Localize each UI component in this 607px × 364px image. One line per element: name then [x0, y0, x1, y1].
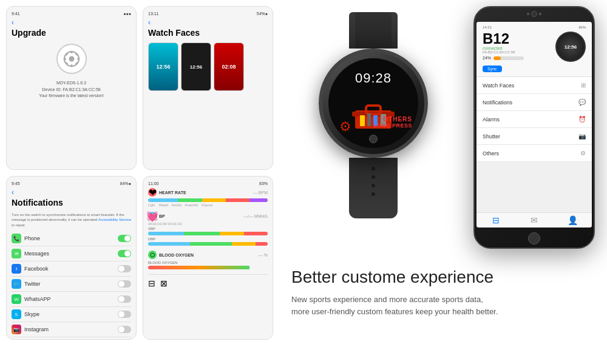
instagram-app-name: Instagram	[24, 326, 49, 332]
wf-back-arrow[interactable]: ‹	[148, 18, 268, 27]
messages-toggle[interactable]	[118, 250, 131, 257]
phone-status-bar: 14:21 36%	[483, 25, 586, 29]
hr-title: HEART RATE	[159, 190, 186, 195]
watch-band-bottom	[349, 158, 398, 218]
bo-unit: — %	[259, 253, 268, 257]
menu-notifications[interactable]: Notifications 💬	[476, 94, 592, 111]
facebook-toggle[interactable]	[118, 265, 131, 272]
instagram-toggle[interactable]	[118, 326, 131, 333]
hr-labels: Light Weight Aerobic Anaerobic VO₂max	[148, 203, 268, 207]
heart-rate-section: ❤ HEART RATE — BPM Light Weight	[148, 188, 268, 207]
sbp-bar	[148, 232, 268, 235]
watch-face-2[interactable]: 12:56	[181, 42, 211, 91]
notif-skype: S Skype	[12, 307, 131, 322]
smartwatch: 09:28	[297, 12, 449, 243]
watch-screen: 09:28	[328, 58, 418, 148]
upgrade-info: MDY-ED9-1.6.3 Device ID: FA:B2:C1:3A:CC:…	[12, 80, 131, 99]
watch-time: 09:28	[355, 70, 392, 86]
upgrade-icon	[56, 44, 87, 74]
bp-date: 2019-02-09 04:01:02	[148, 222, 268, 226]
home-button-area	[475, 229, 594, 248]
menu-alarms[interactable]: Alarms ⏰	[476, 111, 592, 128]
devices-area: 09:28	[279, 0, 607, 261]
menu-watch-faces[interactable]: Watch Faces ⊞	[476, 77, 592, 94]
tab-messages[interactable]: ✉	[515, 215, 553, 225]
phone-toggle[interactable]	[118, 235, 131, 242]
menu-shutter[interactable]: Shutter 📷	[476, 128, 592, 145]
sbp-label: SBP	[148, 227, 268, 231]
camera-lens	[531, 11, 537, 17]
skype-toggle[interactable]	[118, 311, 131, 318]
whatsapp-toggle[interactable]	[118, 295, 131, 303]
battery-row: 24%	[483, 56, 524, 60]
watch-face-3[interactable]: 02:08	[214, 42, 244, 91]
tab-profile[interactable]: 👤	[554, 215, 592, 225]
bp-section: 💓 BP —/— MMHG 2019-02-09 04:01:02 SBP DB…	[148, 212, 268, 246]
messages-app-icon: ✉	[12, 249, 21, 258]
health-screen: 11:0083% ❤ HEART RATE — BPM	[143, 176, 273, 340]
connected-status: connected	[483, 46, 524, 50]
others-menu-icon: ⚙	[580, 150, 586, 157]
notif-messages: ✉ Messages	[12, 246, 131, 261]
svg-rect-5	[77, 58, 80, 60]
watch-faces-row: 12:56 12:56 02:08	[148, 42, 268, 91]
health-bottom-tabs: ⊟ ⊠	[148, 274, 268, 288]
svg-rect-14	[367, 113, 371, 126]
menu-list: Watch Faces ⊞ Notifications 💬 Alarms ⏰	[476, 77, 592, 212]
smartphone: 14:21 36% B12 connected FA:B2:C1:3A:CC:5…	[473, 6, 595, 249]
watch-faces-title: Watch Faces	[148, 28, 268, 38]
svg-rect-4	[63, 58, 66, 60]
notif-back-arrow[interactable]: ‹	[12, 188, 131, 197]
others-text: OTHERS LONG PRESS	[373, 116, 412, 129]
bo-title: BLOOD OXYGEN	[159, 253, 194, 257]
health-tab1[interactable]: ⊟	[148, 278, 155, 288]
watch-case: 09:28	[319, 49, 428, 158]
bottom-screenshots-row: 9:4584%● ‹ Notifications Turn on the swi…	[6, 176, 273, 340]
left-panel: 9:41●●● ‹ Upgrade	[0, 0, 279, 364]
watch-band-top	[349, 12, 398, 49]
bp-unit: —/— MMHG	[243, 214, 268, 218]
phone-notch	[475, 7, 594, 21]
watch-face-1[interactable]: 12:56	[148, 42, 178, 91]
home-button[interactable]	[528, 232, 540, 244]
bo-bar	[148, 266, 268, 269]
upgrade-back-arrow[interactable]: ‹	[12, 18, 131, 27]
upgrade-status-bar: 9:41●●●	[12, 12, 131, 16]
hr-icon: ❤	[148, 188, 157, 197]
notifications-screen: 9:4584%● ‹ Notifications Turn on the swi…	[6, 176, 137, 340]
bp-title: BP	[159, 214, 165, 218]
device-id-text: FA:B2:C1:3A:CC:58	[483, 50, 524, 54]
twitter-toggle[interactable]	[118, 280, 131, 288]
main-container: 9:41●●● ‹ Upgrade	[0, 0, 607, 364]
band-holes	[349, 158, 398, 196]
health-tab2[interactable]: ⊠	[160, 278, 168, 288]
menu-others[interactable]: Others ⚙	[476, 145, 592, 162]
notif-facebook: f Facebook	[12, 261, 131, 277]
upgrade-screen: 9:41●●● ‹ Upgrade	[6, 6, 137, 170]
wf-status-bar: 13:1154%●	[148, 12, 268, 16]
dbp-label: DBP	[148, 237, 268, 241]
notif-whatsapp: W WhatsAPP	[12, 292, 131, 307]
top-screenshots-row: 9:41●●● ‹ Upgrade	[6, 6, 273, 170]
tagline-area: Better custome experience New sports exp…	[279, 261, 607, 364]
bp-icon: 💓	[148, 212, 157, 220]
instagram-app-icon: 📷	[12, 325, 21, 334]
bo-bar-label: BLOOD OXYGEN	[148, 261, 268, 265]
svg-rect-2	[70, 51, 72, 54]
tab-main[interactable]: ⊟	[476, 215, 515, 225]
watch-center-button[interactable]	[369, 135, 378, 143]
watch-faces-menu-icon: ⊞	[581, 82, 586, 89]
phone-app-name: Phone	[24, 235, 40, 241]
facebook-app-name: Facebook	[24, 266, 49, 272]
sync-button[interactable]: Sync	[483, 66, 502, 72]
health-status-bar: 11:0083%	[148, 181, 268, 186]
dbp-bar	[148, 242, 268, 246]
right-panel: 09:28	[279, 0, 607, 364]
battery-pct: 24%	[483, 56, 491, 60]
notif-desc: Turn on the switch to synchronize notifi…	[12, 212, 131, 228]
wf1-time: 12:56	[156, 64, 170, 70]
skype-app-icon: S	[12, 309, 21, 319]
whatsapp-app-icon: W	[12, 294, 21, 304]
bo-icon: ○	[148, 251, 157, 259]
watch-face-time: 12:56	[565, 44, 577, 50]
